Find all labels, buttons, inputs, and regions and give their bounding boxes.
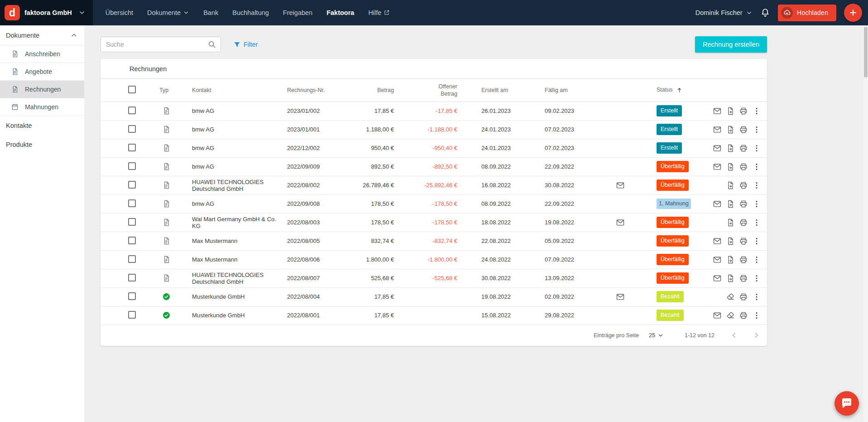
row-checkbox[interactable] xyxy=(128,181,136,189)
sidebar-item-rechnungen[interactable]: Rechnungen xyxy=(0,81,84,98)
print-button[interactable] xyxy=(739,107,748,116)
nav-hilfe[interactable]: Hilfe xyxy=(368,9,390,16)
notifications-button[interactable] xyxy=(760,8,770,18)
invoice-number: 2023/01/002 xyxy=(287,102,354,120)
row-checkbox[interactable] xyxy=(128,107,136,114)
print-button[interactable] xyxy=(739,255,748,264)
row-checkbox[interactable] xyxy=(128,292,136,300)
previous-page-button[interactable] xyxy=(730,331,739,340)
row-checkbox[interactable] xyxy=(128,125,136,133)
row-checkbox[interactable] xyxy=(128,199,136,207)
send-email-button[interactable] xyxy=(713,237,722,246)
print-button[interactable] xyxy=(739,144,748,153)
sidebar-item-dokumente[interactable]: Dokumente xyxy=(0,25,84,45)
sidebar-item-anschreiben[interactable]: Anschreiben xyxy=(0,45,84,63)
created-date: 18.08.2022 xyxy=(457,213,521,232)
header-status-sort[interactable]: Status xyxy=(647,79,711,102)
nav-faktoora[interactable]: Faktoora xyxy=(326,9,354,16)
print-button[interactable] xyxy=(739,162,748,171)
kebab-icon xyxy=(752,162,761,171)
export-pdf-button[interactable] xyxy=(726,237,735,246)
send-email-button[interactable] xyxy=(713,255,722,264)
send-email-button[interactable] xyxy=(713,125,722,134)
cancel-invoice-button[interactable] xyxy=(726,292,735,301)
search-icon[interactable] xyxy=(207,40,216,49)
invoice-document-icon xyxy=(162,274,171,282)
header-offener-betrag: Offener Betrag xyxy=(394,79,457,102)
row-menu-button[interactable] xyxy=(752,237,761,246)
nav-uebersicht[interactable]: Übersicht xyxy=(106,9,133,16)
nav-freigaben[interactable]: Freigaben xyxy=(283,9,312,16)
select-all-checkbox[interactable] xyxy=(128,86,136,93)
row-checkbox[interactable] xyxy=(128,218,136,226)
print-button[interactable] xyxy=(739,311,748,320)
quick-add-button[interactable] xyxy=(844,4,862,22)
row-menu-button[interactable] xyxy=(752,181,761,190)
export-pdf-button[interactable] xyxy=(726,125,735,134)
export-pdf-button[interactable] xyxy=(726,199,735,209)
row-checkbox[interactable] xyxy=(128,274,136,281)
sidebar-item-produkte[interactable]: Produkte xyxy=(0,135,84,154)
export-pdf-button[interactable] xyxy=(726,218,735,227)
invoice-number: 2022/08/004 xyxy=(287,287,354,306)
row-menu-button[interactable] xyxy=(752,274,761,283)
export-pdf-button[interactable] xyxy=(726,255,735,264)
nav-dokumente[interactable]: Dokumente xyxy=(147,9,189,16)
upload-button[interactable]: Hochladen xyxy=(778,5,836,21)
search-input[interactable] xyxy=(106,41,207,48)
row-checkbox[interactable] xyxy=(128,144,136,151)
row-menu-button[interactable] xyxy=(752,292,761,301)
sidebar-item-kontakte[interactable]: Kontakte xyxy=(0,116,84,135)
print-button[interactable] xyxy=(739,237,748,246)
invoice-row: Max Mustermann2022/08/005832,74 €-832,74… xyxy=(101,232,767,250)
export-pdf-button[interactable] xyxy=(726,107,735,116)
per-page-select[interactable]: 25 xyxy=(649,332,664,339)
faktoora-logo[interactable]: d xyxy=(5,5,20,20)
send-email-button[interactable] xyxy=(713,144,722,153)
send-email-button[interactable] xyxy=(713,107,722,116)
export-pdf-button[interactable] xyxy=(726,181,735,190)
print-button[interactable] xyxy=(739,181,748,190)
company-switcher[interactable]: faktoora GmbH xyxy=(24,9,86,16)
print-button[interactable] xyxy=(739,292,748,301)
send-email-button[interactable] xyxy=(713,311,722,320)
row-checkbox[interactable] xyxy=(128,162,136,170)
sidebar-item-mahnungen[interactable]: Mahnungen xyxy=(0,98,84,116)
cancel-invoice-button[interactable] xyxy=(726,311,735,320)
row-menu-button[interactable] xyxy=(752,311,761,320)
next-page-button[interactable] xyxy=(752,331,761,340)
nav-bank[interactable]: Bank xyxy=(203,9,218,16)
row-menu-button[interactable] xyxy=(752,125,761,134)
row-checkbox[interactable] xyxy=(128,255,136,263)
print-button[interactable] xyxy=(739,274,748,283)
filter-button[interactable]: Filter xyxy=(233,41,258,49)
print-button[interactable] xyxy=(739,125,748,134)
export-pdf-button[interactable] xyxy=(726,274,735,283)
send-email-button[interactable] xyxy=(713,274,722,283)
send-email-button[interactable] xyxy=(713,199,722,209)
page-scrollbar[interactable] xyxy=(863,26,868,422)
amount: 950,40 € xyxy=(354,139,394,157)
create-invoice-button[interactable]: Rechnung erstellen xyxy=(695,36,767,53)
row-menu-button[interactable] xyxy=(752,107,761,116)
sidebar-item-angebote[interactable]: Angebote xyxy=(0,63,84,81)
row-actions xyxy=(711,311,767,320)
export-pdf-button[interactable] xyxy=(726,144,735,153)
row-checkbox[interactable] xyxy=(128,311,136,319)
row-menu-button[interactable] xyxy=(752,162,761,171)
letter-icon xyxy=(11,50,19,58)
print-button[interactable] xyxy=(739,218,748,227)
support-chat-button[interactable] xyxy=(834,391,859,416)
status-badge: Erstellt xyxy=(657,105,682,116)
row-menu-button[interactable] xyxy=(752,144,761,153)
row-menu-button[interactable] xyxy=(752,255,761,264)
nav-buchhaltung[interactable]: Buchhaltung xyxy=(232,9,269,16)
row-menu-button[interactable] xyxy=(752,199,761,209)
row-menu-button[interactable] xyxy=(752,218,761,227)
scrollbar-thumb[interactable] xyxy=(864,27,868,78)
send-email-button[interactable] xyxy=(713,162,722,171)
print-button[interactable] xyxy=(739,199,748,209)
user-menu[interactable]: Dominik Fischer xyxy=(695,9,753,16)
export-pdf-button[interactable] xyxy=(726,162,735,171)
row-checkbox[interactable] xyxy=(128,237,136,244)
